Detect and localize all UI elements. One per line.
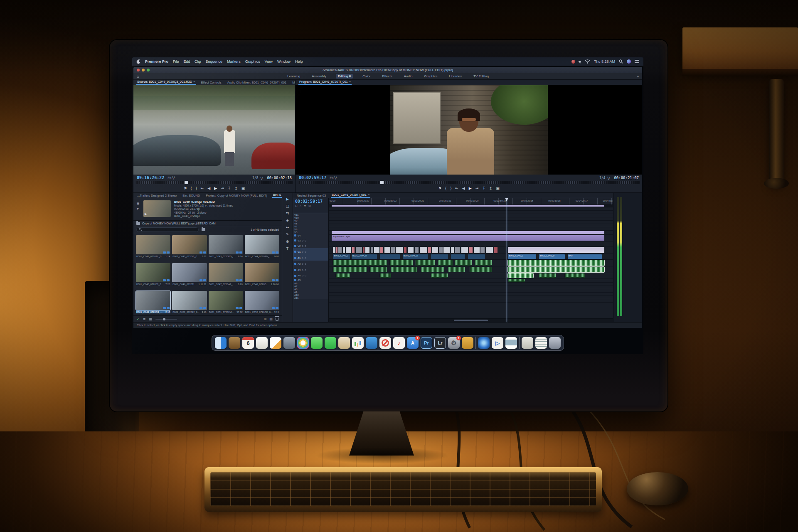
track-lane-v7[interactable] [329,221,613,224]
project-tab[interactable]: Project: Copy of MONEY NOW (FULL EDIT) [205,194,268,198]
dock-icon-pages[interactable] [270,337,281,349]
track-mute-toggle[interactable] [302,275,303,276]
source-fit-dropdown[interactable]: Fit ⋁ [167,176,175,180]
workspace-tab-color[interactable]: Color [360,74,372,79]
overwrite-button[interactable]: ↥ [234,186,238,190]
dock-icon-premiere-pro[interactable]: Pr [421,337,432,349]
step-forward-button[interactable]: ⇥ [221,186,224,190]
bin-item[interactable]: B001_C051_07202M...57:02 [209,291,243,315]
timeline-clip[interactable] [374,247,379,253]
ripple-edit-tool[interactable]: ⇆ [286,211,289,215]
tab-program[interactable]: Program: B001_C046_0720TI_001≡ [298,80,352,85]
add-marker-button[interactable]: ⚑ [184,186,187,190]
timeline-clip[interactable] [333,260,387,266]
track-lane-a3[interactable] [329,266,613,273]
dock-icon-downloads-folder[interactable] [462,337,473,349]
bin-item[interactable]: B001_C044_0720RN_...9:05 [245,235,279,261]
mark-in-button[interactable]: { [191,186,192,190]
track-header-a3[interactable]: A3 [293,267,329,273]
mark-out-button[interactable]: } [196,186,197,190]
step-back-button[interactable]: ◀ [462,186,465,190]
dock-icon-keynote[interactable] [366,337,377,349]
dock-icon-app-store[interactable]: A1 [407,337,419,349]
timeline-clip[interactable] [408,247,414,253]
track-eye-toggle[interactable] [302,251,303,253]
dock-icon-numbers[interactable] [352,337,364,349]
project-tab[interactable]: ...Trailers Designed 2 Stereo [136,194,177,198]
timeline-clip[interactable] [420,247,427,253]
track-lane-v4[interactable] [329,231,613,234]
timeline-clip[interactable]: Adjustment Layer [332,235,605,241]
timeline-clip[interactable] [428,247,431,253]
track-lane-v8[interactable] [329,217,613,220]
bin-item-thumbnail[interactable] [172,235,207,254]
timeline-horizontal-scrollbar[interactable] [329,318,613,322]
bin-breadcrumb[interactable]: Copy of MONEY NOW (FULL EDIT).prproj\STE… [142,222,216,225]
track-lane-a4[interactable] [329,273,613,278]
timeline-clip[interactable]: B001_C046_0 [508,254,536,259]
track-header-a5[interactable]: A5 [293,278,329,282]
play-button[interactable]: ▶ [214,186,217,190]
track-source-patch[interactable] [294,263,296,265]
timeline-clip[interactable] [333,247,335,253]
menu-item-clip[interactable]: Clip [195,59,201,64]
dock-icon-document-stack[interactable] [522,337,533,349]
timeline-clip[interactable] [421,267,444,272]
workspace-tab-editing[interactable]: Editing ≡ [336,74,353,79]
source-tab[interactable]: Source: B001_C049_0720Q3_001.R3D≡ [136,80,196,85]
timeline-tab[interactable]: B001_C046_0720TI_001≡ [331,193,370,198]
bin-item[interactable]: B001_C043_0720ED_...8:14 [209,235,243,261]
track-lane-a11[interactable] [329,299,613,302]
timeline-clip[interactable] [474,247,480,253]
track-solo-toggle[interactable] [305,263,306,265]
export-frame-button[interactable]: ▣ [241,186,245,190]
timeline-clip[interactable] [336,273,350,278]
add-marker-icon[interactable]: ⚑ [304,204,306,208]
clip-preview-thumbnail[interactable]: ▶ [143,200,171,217]
track-header-v10[interactable]: V10 [293,216,329,219]
timeline-clip[interactable]: B40 [568,254,602,259]
track-solo-toggle[interactable] [305,269,306,271]
timeline-clip[interactable] [365,247,369,253]
timeline-clip[interactable] [451,254,465,259]
delete-trash-icon[interactable] [276,318,278,321]
project-tab[interactable]: Bin: SOUND [182,194,201,198]
timeline-clip[interactable] [455,247,460,253]
track-source-patch[interactable] [294,239,296,241]
track-source-patch[interactable] [294,245,296,247]
workspace-tab-learning[interactable]: Learning [285,74,302,79]
track-header-a4[interactable]: A4 [293,273,329,278]
dock-icon-calendar[interactable]: 6 [242,337,254,349]
menu-item-help[interactable]: Help [295,59,303,64]
timeline-clip[interactable]: B001_C043_0 [539,254,565,259]
track-header-v4[interactable]: V4 [293,234,329,237]
track-lane-v1[interactable] [329,246,613,254]
bin-item-thumbnail[interactable] [172,291,207,310]
location-icon[interactable] [578,59,582,63]
wifi-icon[interactable] [585,59,590,64]
menu-item-graphics[interactable]: Graphics [245,59,260,64]
siri-icon[interactable] [627,59,631,64]
timeline-clip[interactable] [363,247,365,253]
playhead[interactable] [507,198,507,322]
track-header-v1[interactable]: V1 [293,248,329,255]
timeline-clip[interactable] [346,247,351,253]
track-lane-a6[interactable] [329,283,613,286]
timeline-clip[interactable] [539,273,556,278]
dock-icon-utilities[interactable] [283,337,295,349]
track-lane-a7[interactable] [329,286,613,289]
track-source-patch[interactable] [294,269,296,271]
dock-icon-clipboard[interactable] [338,337,350,349]
timeline-clip[interactable] [469,247,473,253]
track-header-v7[interactable]: V7 [293,225,329,228]
track-solo-toggle[interactable] [305,257,306,259]
timeline-clip[interactable] [438,260,452,266]
step-back-button[interactable]: ◀ [207,186,210,190]
timeline-clip[interactable] [565,273,585,278]
bin-item[interactable]: B001_C052_0720CK_0...3:15 [245,291,279,315]
program-resolution-dropdown[interactable]: 1/4 ⋁ [599,176,614,180]
menu-item-sequence[interactable]: Sequence [206,59,223,64]
program-scrubber[interactable] [298,181,640,184]
play-small-icon[interactable]: ▶ [137,207,139,210]
timeline-clip[interactable]: B001_C046_0 [333,254,350,259]
